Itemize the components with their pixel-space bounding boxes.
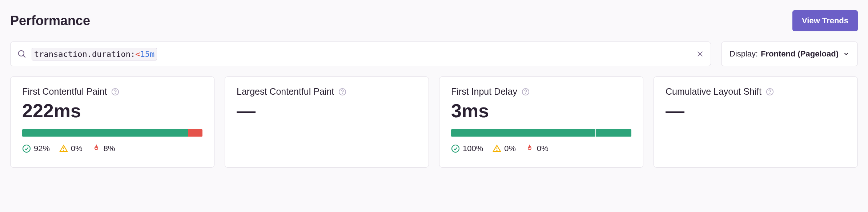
view-trends-button[interactable]: View Trends — [792, 10, 858, 31]
svg-point-15 — [497, 150, 497, 151]
display-label: Display: — [730, 49, 758, 59]
card-value: 3ms — [451, 101, 631, 121]
card-title: Largest Contentful Paint — [237, 86, 334, 97]
svg-point-12 — [525, 93, 526, 94]
card-value: — — [666, 101, 846, 121]
search-input[interactable]: transaction.duration:<15m — [10, 42, 711, 66]
svg-point-6 — [23, 145, 30, 152]
check-circle-icon — [22, 144, 31, 153]
vitals-bar — [451, 129, 631, 137]
search-icon — [17, 49, 27, 59]
card-value: 222ms — [22, 101, 202, 121]
stat-bad: 8% — [92, 144, 115, 153]
card-fcp: First Contentful Paint 222ms 92% — [10, 76, 214, 168]
display-value: Frontend (Pageload) — [761, 49, 839, 59]
svg-point-8 — [63, 150, 64, 151]
card-title: First Contentful Paint — [22, 86, 107, 97]
help-icon[interactable] — [766, 88, 774, 96]
warning-icon — [59, 144, 68, 153]
check-circle-icon — [451, 144, 460, 153]
bar-good-segment — [22, 129, 188, 137]
clear-search-icon[interactable] — [696, 50, 704, 58]
bar-good-segment — [451, 129, 631, 137]
svg-line-1 — [23, 55, 25, 58]
stat-bad: 0% — [525, 144, 548, 153]
help-icon[interactable] — [522, 88, 530, 96]
fire-icon — [525, 144, 534, 153]
card-cls: Cumulative Layout Shift — — [654, 76, 858, 168]
svg-point-17 — [769, 93, 770, 94]
stat-good: 100% — [451, 144, 483, 153]
stat-meh: 0% — [493, 144, 516, 153]
card-fid: First Input Delay 3ms 100% — [439, 76, 643, 168]
warning-icon — [493, 144, 501, 153]
svg-point-13 — [452, 145, 459, 152]
search-token[interactable]: transaction.duration:<15m — [32, 48, 157, 60]
page-title: Performance — [10, 13, 90, 28]
vitals-bar — [22, 129, 202, 137]
svg-point-0 — [19, 51, 24, 56]
help-icon[interactable] — [111, 88, 119, 96]
card-title: Cumulative Layout Shift — [666, 86, 761, 97]
bar-threshold-marker — [595, 129, 596, 137]
svg-point-10 — [342, 93, 343, 94]
help-icon[interactable] — [338, 88, 346, 96]
chevron-down-icon — [843, 51, 849, 57]
fire-icon — [92, 144, 101, 153]
card-title: First Input Delay — [451, 86, 517, 97]
card-lcp: Largest Contentful Paint — — [225, 76, 429, 168]
display-select[interactable]: Display: Frontend (Pageload) — [721, 42, 858, 66]
svg-point-5 — [115, 93, 116, 94]
bar-bad-segment — [188, 129, 202, 137]
card-value: — — [237, 101, 417, 121]
stat-good: 92% — [22, 144, 50, 153]
stat-meh: 0% — [59, 144, 83, 153]
